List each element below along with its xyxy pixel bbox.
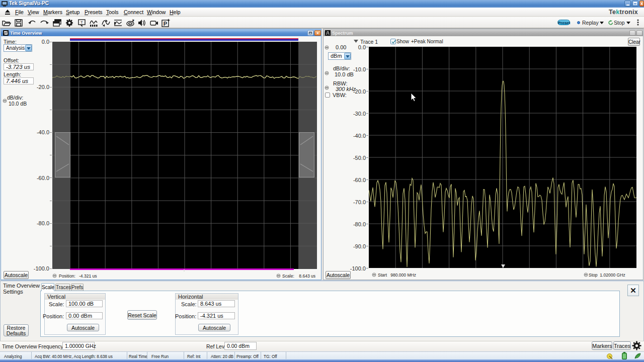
svg-text:N: N: [132, 19, 134, 22]
svg-text:T: T: [80, 20, 83, 25]
svg-text:P: P: [164, 21, 167, 27]
